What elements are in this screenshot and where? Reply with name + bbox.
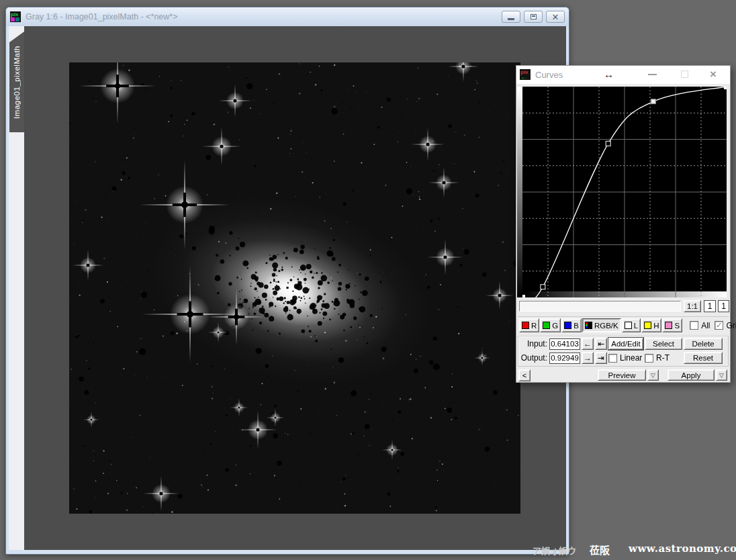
app-titlebar[interactable]: pix Gray 1:6 - Image01_pixelMath - <*new… xyxy=(6,7,569,26)
curve-plot[interactable] xyxy=(522,87,727,297)
dialog-footer: < Preview ▽ Apply ▽ xyxy=(518,369,729,382)
app-icon-magenta-block xyxy=(11,17,15,21)
desktop: { "app_window": { "title": "Gray 1:6 - I… xyxy=(0,0,736,560)
channel-button-g[interactable]: G xyxy=(540,318,561,332)
preview-button[interactable]: Preview xyxy=(598,369,646,381)
resize-icon[interactable]: ↔ xyxy=(604,68,614,80)
close-icon: ✕ xyxy=(552,13,559,21)
window-controls: ✕ xyxy=(502,11,565,23)
grid-checkbox-group[interactable]: ✓ Grid xyxy=(715,321,736,330)
channel-button-s[interactable]: S xyxy=(662,318,682,332)
curves-titlebar[interactable]: pix ← Curves ↔ × xyxy=(516,66,730,84)
next-point-button[interactable]: → xyxy=(582,352,594,364)
plot-scrollbar[interactable] xyxy=(519,301,681,312)
restore-icon xyxy=(531,14,537,19)
channel-swatch xyxy=(625,322,632,329)
all-checkbox[interactable] xyxy=(690,321,698,330)
restore-button[interactable] xyxy=(524,11,543,23)
curve-point[interactable] xyxy=(522,295,525,297)
curve-point[interactable] xyxy=(606,141,610,146)
app-icon-teal-block xyxy=(15,17,19,21)
channel-swatch xyxy=(665,322,672,329)
rt-checkbox-group[interactable]: R-T xyxy=(645,353,682,363)
collapse-button[interactable]: < xyxy=(518,369,531,381)
curve-plot-area xyxy=(517,87,727,297)
channel-button-b[interactable]: B xyxy=(561,318,582,332)
footer-actions: Preview ▽ Apply ▽ xyxy=(598,369,727,381)
all-checkbox-label: All xyxy=(701,321,710,330)
watermark-url: www.astronomy.com.cn xyxy=(629,543,736,555)
grid-checkbox-label: Grid xyxy=(726,321,736,330)
linear-checkbox-label: Linear xyxy=(620,353,642,363)
v-zoom-field[interactable]: 1 xyxy=(718,300,729,312)
grid-checkbox[interactable]: ✓ xyxy=(715,321,723,330)
input-label: Input: xyxy=(520,339,548,348)
linear-checkbox-group[interactable]: Linear xyxy=(608,353,643,363)
channel-label: R xyxy=(531,322,537,330)
channel-button-r[interactable]: R xyxy=(519,318,539,332)
apply-dropdown-button[interactable]: ▽ xyxy=(716,369,727,381)
all-checkbox-group[interactable]: All xyxy=(690,321,710,330)
channel-button-l[interactable]: L xyxy=(622,318,641,332)
curves-dialog: pix ← Curves ↔ × 1:1 1 1 RGBRGB/KLHS All… xyxy=(516,65,731,383)
previous-point-button[interactable]: ← xyxy=(582,338,594,350)
output-gradient-strip xyxy=(517,87,522,297)
zoom-fit-button[interactable]: 1:1 xyxy=(684,300,701,312)
dialog-minimize-icon[interactable] xyxy=(648,74,657,75)
app-icon[interactable]: pix xyxy=(10,11,21,22)
channel-swatch xyxy=(564,322,571,329)
watermark-text-1: ア娯ォ娯ウ xyxy=(533,544,576,557)
preview-dropdown-button[interactable]: ▽ xyxy=(647,369,659,381)
curve-point[interactable] xyxy=(541,285,545,289)
channel-label: G xyxy=(552,322,558,330)
curve-point[interactable] xyxy=(651,99,655,104)
channel-label: L xyxy=(634,322,638,330)
channel-label: B xyxy=(573,322,579,330)
rt-checkbox[interactable] xyxy=(645,354,653,363)
channel-label: H xyxy=(653,322,659,330)
apply-button[interactable]: Apply xyxy=(668,369,715,381)
channel-selector-row: RGBRGB/KLHS All ✓ Grid xyxy=(518,316,729,334)
minimize-icon xyxy=(508,18,514,20)
dialog-maximize-icon[interactable] xyxy=(681,71,688,78)
channel-label: RGB/K xyxy=(594,322,618,330)
channel-swatch xyxy=(644,322,651,329)
image-tab[interactable]: Image01_pixelMath xyxy=(9,32,24,132)
app-icon-text: pix xyxy=(11,11,19,17)
channel-swatch xyxy=(585,322,592,329)
channel-swatch xyxy=(522,322,529,329)
watermark-text-2: 莅阪 xyxy=(590,543,610,557)
first-point-button[interactable]: ⇤ xyxy=(595,338,607,350)
last-point-button[interactable]: ⇥ xyxy=(595,352,607,364)
curves-dialog-title: Curves xyxy=(535,70,563,80)
channel-button-rgb-k[interactable]: RGB/K xyxy=(582,318,621,332)
rt-checkbox-label: R-T xyxy=(656,353,670,363)
close-button[interactable]: ✕ xyxy=(546,11,565,23)
channel-label: S xyxy=(674,322,680,330)
curve-point[interactable] xyxy=(724,87,727,89)
curves-icon-arrow: ← xyxy=(520,74,527,81)
h-zoom-field[interactable]: 1 xyxy=(704,300,716,312)
select-button[interactable]: Select xyxy=(645,338,682,350)
output-label: Output: xyxy=(520,353,548,363)
output-value-field[interactable]: 0.92949 xyxy=(549,353,580,364)
add-edit-button[interactable]: Add/Edit xyxy=(608,338,643,350)
input-value-field[interactable]: 0.64103 xyxy=(549,338,580,350)
minimize-button[interactable] xyxy=(502,11,520,23)
galaxy-image-view[interactable] xyxy=(69,62,520,514)
curves-dialog-icon: pix ← xyxy=(520,69,531,80)
window-title: Gray 1:6 - Image01_pixelMath - <*new*> xyxy=(26,12,497,21)
linear-checkbox[interactable] xyxy=(608,354,617,363)
channel-button-h[interactable]: H xyxy=(641,318,661,332)
point-io-panel: Input: 0.64103 ← ⇤ Add/Edit Select Delet… xyxy=(518,336,729,367)
image-tab-label: Image01_pixelMath xyxy=(13,46,21,119)
dialog-close-icon[interactable]: × xyxy=(710,68,717,81)
curve-svg[interactable] xyxy=(522,87,727,297)
delete-button[interactable]: Delete xyxy=(684,338,723,350)
image-tab-strip: Image01_pixelMath xyxy=(9,26,24,550)
reset-button[interactable]: Reset xyxy=(684,352,723,364)
channel-swatch xyxy=(543,322,550,329)
